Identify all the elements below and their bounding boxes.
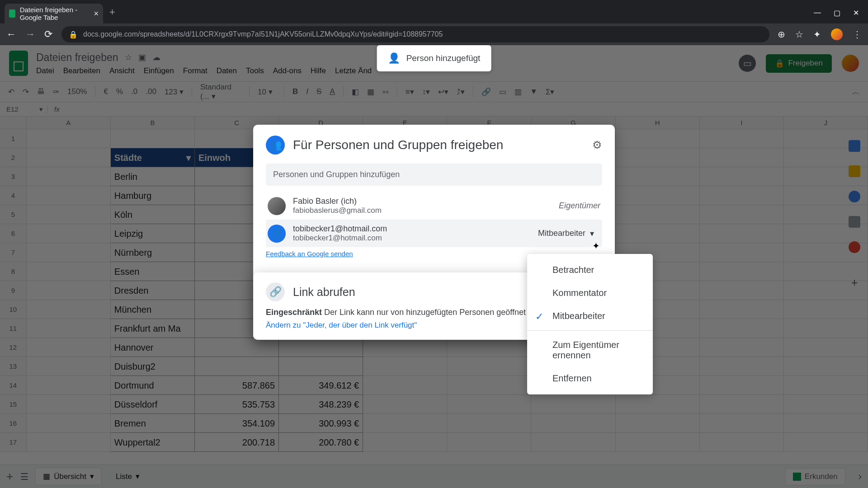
toast-notification: 👤 Person hinzugefügt: [377, 45, 491, 71]
role-option-viewer[interactable]: Betrachter: [527, 258, 653, 282]
avatar: 👤: [268, 225, 286, 243]
forward-icon: →: [25, 28, 35, 40]
change-link-access[interactable]: Ändern zu "Jeder, der über den Link verf…: [266, 321, 417, 330]
mouse-cursor: ✦: [592, 240, 600, 251]
lock-icon: 🔒: [69, 30, 78, 39]
dialog-title: Für Personen und Gruppen freigeben: [293, 138, 584, 152]
add-people-input[interactable]: Personen und Gruppen hinzufügen: [266, 164, 602, 186]
back-icon[interactable]: ←: [6, 28, 16, 40]
chevron-down-icon: ▾: [590, 229, 594, 239]
person-row-owner: Fabio Basler (ich) fabiobaslerus@gmail.c…: [266, 192, 602, 220]
role-dropdown-button[interactable]: Mitbearbeiter ▾: [532, 225, 600, 242]
browser-tab[interactable]: Dateien freigeben - Google Tabe ×: [5, 4, 103, 23]
url-text: docs.google.com/spreadsheets/d/1L0CRXrgx…: [83, 30, 443, 38]
link-icon: 🔗: [266, 282, 285, 301]
person-name: Fabio Basler (ich): [293, 197, 552, 206]
star-icon[interactable]: ☆: [795, 29, 803, 40]
new-tab-button[interactable]: +: [109, 6, 115, 18]
close-tab-icon[interactable]: ×: [94, 9, 99, 19]
feedback-link[interactable]: Feedback an Google senden: [266, 250, 353, 258]
check-icon: ✓: [535, 311, 543, 323]
zoom-icon[interactable]: ⊕: [778, 29, 785, 40]
person-row-collaborator: 👤 tobibecker1@hotmail.com tobibecker1@ho…: [266, 220, 602, 247]
person-add-icon: 👤: [388, 52, 400, 64]
person-email: fabiobaslerus@gmail.com: [293, 206, 552, 215]
close-window-icon[interactable]: ✕: [853, 9, 859, 17]
owner-label: Eigentümer: [559, 201, 600, 211]
role-option-remove[interactable]: Entfernen: [527, 367, 653, 390]
role-option-editor[interactable]: ✓ Mitbearbeiter: [527, 305, 653, 328]
extensions-icon[interactable]: ✦: [813, 29, 821, 40]
gear-icon[interactable]: ⚙: [592, 139, 602, 151]
person-email: tobibecker1@hotmail.com: [293, 234, 524, 243]
favicon: [9, 9, 15, 18]
tab-title: Dateien freigeben - Google Tabe: [20, 6, 94, 21]
person-name: tobibecker1@hotmail.com: [293, 224, 524, 234]
role-option-make-owner[interactable]: Zum Eigentümer ernennen: [527, 333, 653, 367]
toast-text: Person hinzugefügt: [406, 53, 481, 63]
minimize-icon[interactable]: —: [814, 9, 821, 17]
maximize-icon[interactable]: ▢: [834, 9, 840, 17]
role-option-commenter[interactable]: Kommentator: [527, 282, 653, 305]
url-field[interactable]: 🔒 docs.google.com/spreadsheets/d/1L0CRXr…: [61, 26, 769, 42]
profile-avatar[interactable]: [831, 28, 843, 40]
link-section-title: Link abrufen: [293, 286, 355, 299]
reload-icon[interactable]: ⟳: [44, 28, 52, 40]
avatar: [268, 197, 286, 215]
menu-icon[interactable]: ⋮: [853, 29, 862, 40]
role-dropdown-menu: Betrachter Kommentator ✓ Mitbearbeiter Z…: [527, 254, 653, 394]
people-icon: 👥: [266, 136, 285, 155]
